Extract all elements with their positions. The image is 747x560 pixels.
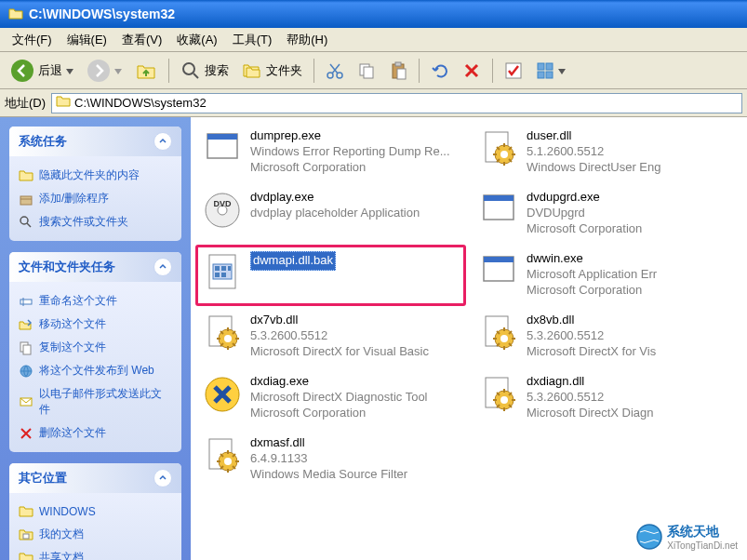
menu-view[interactable]: 查看(V) [114,29,169,51]
views-button[interactable] [530,58,571,84]
copy-button[interactable] [352,58,381,84]
file-item[interactable]: DVD dvdplay.exedvdplay placeholder Appli… [202,190,460,238]
dll-gear-icon [478,374,519,415]
folders-button[interactable]: 文件夹 [236,57,308,85]
move-file-link[interactable]: 移动这个文件 [19,313,172,336]
svg-point-46 [224,335,232,342]
collapse-icon [153,132,172,151]
system-tasks-header[interactable]: 系统任务 [9,127,181,156]
delete-icon [19,426,33,441]
svg-rect-6 [364,67,373,78]
properties-button[interactable] [499,58,528,84]
dropdown-icon [558,63,566,77]
scissors-icon [326,61,344,80]
search-button[interactable]: 搜索 [175,57,234,85]
my-documents-link[interactable]: 我的文档 [19,523,172,546]
file-tasks-body: 重命名这个文件 移动这个文件 复制这个文件 将这个文件发布到 Web 以电子邮件… [9,282,181,452]
forward-arrow-icon [87,59,111,83]
exe-icon [478,190,519,231]
svg-rect-26 [207,134,237,140]
window-titlebar: C:\WINDOWS\system32 [0,0,747,28]
file-item[interactable]: dxmasf.dll6.4.9.1133Windows Media Source… [202,435,460,484]
svg-rect-39 [228,266,231,271]
forward-button[interactable] [81,55,127,87]
dvd-icon: DVD [202,190,243,231]
package-icon [19,192,33,207]
shared-documents-link[interactable]: 共享文档 [19,546,172,560]
menu-file[interactable]: 文件(F) [5,29,60,51]
file-item[interactable]: dx7vb.dll5.3.2600.5512Microsoft DirectX … [202,313,460,361]
dll-gear-icon [202,435,243,476]
file-list[interactable]: dumprep.exeWindows Error Reporting Dump … [191,117,747,560]
address-label: 地址(D) [5,95,46,112]
svg-rect-9 [397,69,406,79]
sidebar: 系统任务 隐藏此文件夹的内容 添加/删除程序 搜索文件或文件夹 文件和文件夹任务… [0,117,191,560]
search-files-link[interactable]: 搜索文件或文件夹 [19,210,172,233]
globe-icon [635,523,663,551]
exe-icon [202,128,243,169]
file-item-selected[interactable]: dwmapi.dll.bak [195,245,466,306]
folder-icon [19,504,33,519]
svg-point-49 [500,335,508,342]
file-item[interactable]: dumprep.exeWindows Error Reporting Dump … [202,128,460,177]
address-input[interactable]: C:\WINDOWS\system32 [51,93,742,113]
folder-icon [19,168,33,183]
rename-file-link[interactable]: 重命名这个文件 [19,289,172,313]
collapse-icon [153,258,172,276]
publish-web-link[interactable]: 将这个文件发布到 Web [19,359,172,382]
exe-icon [478,251,519,292]
hide-folder-contents-link[interactable]: 隐藏此文件夹的内容 [19,164,172,187]
add-remove-programs-link[interactable]: 添加/删除程序 [19,187,172,210]
folders-icon [242,60,262,81]
email-file-link[interactable]: 以电子邮件形式发送此文件 [19,382,172,421]
svg-point-53 [500,396,508,404]
file-tasks-header[interactable]: 文件和文件夹任务 [9,252,181,282]
file-item[interactable]: duser.dll5.1.2600.5512Windows DirectUser… [478,128,736,177]
svg-rect-19 [23,345,31,354]
folder-icon [7,6,24,22]
svg-rect-14 [546,72,553,78]
dll-gear-icon [202,313,243,353]
menu-tools[interactable]: 工具(T) [225,29,280,51]
svg-rect-22 [23,534,29,539]
svg-rect-40 [215,273,220,277]
file-item[interactable]: dwwin.exeMicrosoft Application ErrMicros… [478,251,736,300]
toolbar-separator [313,59,314,83]
bak-icon [202,251,243,292]
up-button[interactable] [129,56,163,86]
back-button[interactable]: 后退 [5,55,79,87]
svg-rect-17 [20,300,32,304]
copy-file-link[interactable]: 复制这个文件 [19,336,172,359]
file-item[interactable]: dxdiag.exeMicrosoft DirectX Diagnostic T… [202,374,460,422]
folders-label: 文件夹 [266,62,302,79]
file-item[interactable]: dx8vb.dll5.3.2600.5512Microsoft DirectX … [478,313,736,361]
delete-button[interactable] [457,58,487,84]
svg-rect-43 [484,257,514,262]
svg-point-1 [87,60,110,82]
svg-text:DVD: DVD [213,199,232,208]
delete-file-link[interactable]: 删除这个文件 [19,421,172,445]
dll-gear-icon [478,313,519,353]
search-icon [19,215,33,230]
addressbar: 地址(D) C:\WINDOWS\system32 [0,89,747,117]
search-icon [180,60,201,81]
file-item[interactable]: dvdupgrd.exeDVDUpgrdMicrosoft Corporatio… [478,190,736,238]
paste-button[interactable] [383,58,413,84]
svg-rect-41 [221,273,226,277]
file-item[interactable]: dxdiagn.dll5.3.2600.5512Microsoft Direct… [478,374,736,422]
svg-rect-37 [215,266,220,271]
windows-folder-link[interactable]: WINDOWS [19,500,172,523]
system-tasks-body: 隐藏此文件夹的内容 添加/删除程序 搜索文件或文件夹 [9,156,181,241]
menu-favorites[interactable]: 收藏(A) [169,29,224,51]
undo-button[interactable] [425,58,455,84]
watermark: 系统天地 XiTongTianDi.net [635,523,738,551]
other-places-header[interactable]: 其它位置 [9,463,181,493]
cut-button[interactable] [320,58,350,84]
dropdown-icon [114,63,122,77]
menu-help[interactable]: 帮助(H) [279,29,335,51]
back-arrow-icon [10,59,34,83]
other-places-panel: 其它位置 WINDOWS 我的文档 共享文档 我的电脑 [9,463,181,560]
svg-rect-11 [538,63,544,70]
search-label: 搜索 [205,62,229,79]
menu-edit[interactable]: 编辑(E) [60,29,114,51]
